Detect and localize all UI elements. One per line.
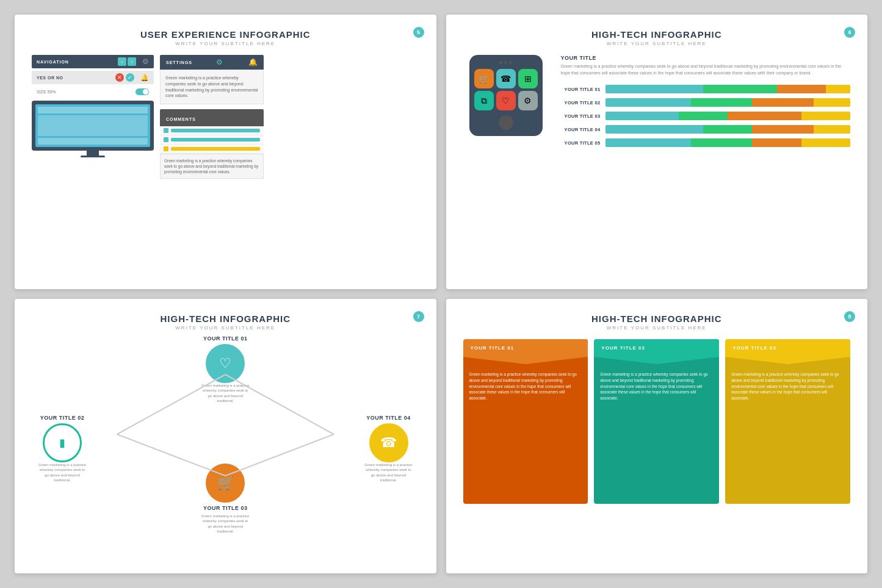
card-body-1: Green marketing is a practice whereby co… [463, 357, 588, 504]
bell-icon-s: 🔔 [248, 58, 258, 66]
bar-seg-teal [605, 85, 704, 93]
node-top-label: YOUR TITLE 01 [203, 335, 248, 342]
gear-icon-s: ⚙ [216, 58, 223, 66]
monitor-screen [35, 104, 150, 147]
comment-line-1 [171, 129, 260, 132]
node-right: YOUR TITLE 04 ☎ Green marketing is a pra… [364, 415, 413, 483]
bar-seg-orange [752, 98, 813, 107]
app-bars: ⊞ [518, 69, 538, 88]
bar-track-2 [605, 98, 851, 107]
app-headset: ☎ [496, 69, 516, 88]
nav-arrows: ‹ › [118, 57, 136, 66]
nav-arrow-left[interactable]: ‹ [118, 57, 126, 66]
speaker-dot [504, 61, 507, 64]
slide-4-subtitle: WRITE YOUR SUBTITLE HERE [463, 325, 851, 331]
yes-no-label: YES OR NO [37, 76, 112, 80]
slide-2-desc: Green marketing is a practice whereby co… [561, 63, 851, 76]
bar-seg-yellow [814, 125, 850, 134]
nav-label: NAVIGATION [37, 60, 114, 64]
settings-body: Green marketing is a practice whereby co… [160, 70, 264, 104]
node-bottom-circle: 🛒 [206, 464, 245, 503]
comments-label: COMMENTS [166, 117, 196, 121]
node-left-label: YOUR TITLE 02 [40, 415, 85, 421]
card-header-2: YOUR TITLE 02 [594, 339, 719, 357]
comment-dot-3 [164, 146, 168, 151]
yes-no-icons: ✕ ✓ [115, 73, 134, 82]
bar-seg-teal [605, 138, 692, 147]
comment-line-3 [171, 147, 260, 151]
bar-row-2: YOUR TITLE 02 [561, 98, 851, 107]
nav-arrow-right[interactable]: › [128, 57, 136, 66]
settings-panel: SETTINGS ⚙ 🔔 Green marketing is a practi… [160, 55, 264, 179]
bar-label-5: YOUR TITLE 05 [561, 140, 601, 146]
monitor [32, 101, 154, 151]
comment-dot-1 [164, 128, 168, 133]
settings-label: SETTINGS [166, 60, 192, 65]
card-body-3: Green marketing is a practice whereby co… [725, 357, 850, 504]
node-top-desc: Green marketing is a practice whereby co… [201, 383, 250, 404]
bar-seg-orange [728, 112, 801, 120]
phone-grid: 🛒 ☎ ⊞ ⧉ ♡ ⚙ [474, 69, 538, 110]
bar-seg-orange [752, 125, 813, 134]
app-sliders: ⧉ [474, 91, 494, 110]
comment-row-2 [160, 135, 264, 145]
node-right-label: YOUR TITLE 04 [366, 415, 411, 421]
slide-1: 5 USER EXPERIENCE INFOGRAPHIC WRITE YOUR… [15, 15, 436, 289]
app-cart: 🛒 [474, 69, 494, 88]
screen-bar-2 [38, 115, 148, 135]
card-header-1: YOUR TITLE 01 [463, 339, 588, 357]
monitor-stand [87, 151, 99, 156]
slide-4: 8 HIGH-TECH INFOGRAPHIC WRITE YOUR SUBTI… [446, 299, 868, 573]
toggle-switch[interactable] [136, 88, 149, 95]
slide-1-title: USER EXPERIENCE INFOGRAPHIC [32, 29, 419, 40]
phone-wrap: 🛒 ☎ ⊞ ⧉ ♡ ⚙ [463, 55, 549, 136]
phone-button [499, 115, 513, 130]
node-bottom-label: YOUR TITLE 03 [203, 505, 248, 511]
comment-row-3 [160, 145, 264, 154]
card-body-2: Green marketing is a practice whereby co… [594, 357, 719, 504]
card-header-3: YOUR TITLE 03 [725, 339, 850, 357]
node-right-circle: ☎ [369, 423, 408, 462]
slide-2-subtitle: WRITE YOUR SUBTITLE HERE [463, 41, 851, 46]
comments-header: COMMENTS [160, 109, 264, 126]
slide-3: 7 HIGH-TECH INFOGRAPHIC WRITE YOUR SUBTI… [15, 299, 436, 573]
col-card-3: YOUR TITLE 03 Green marketing is a pract… [725, 339, 850, 504]
slide-4-title: HIGH-TECH INFOGRAPHIC [463, 314, 851, 324]
bar-row-4: YOUR TITLE 04 [561, 125, 851, 134]
size-label: SIZE 50% [37, 90, 132, 94]
bar-seg-teal [605, 112, 679, 120]
slide-1-number: 5 [413, 27, 424, 38]
app-gear: ⚙ [518, 91, 538, 110]
bar-track-3 [605, 112, 851, 120]
phone-speaker [474, 61, 538, 64]
bar-row-3: YOUR TITLE 03 [561, 112, 851, 120]
comment-dot-2 [164, 137, 168, 142]
col-card-2: YOUR TITLE 02 Green marketing is a pract… [594, 339, 719, 504]
slide-1-content: NAVIGATION ‹ › ⚙ YES OR NO ✕ ✓ 🔔 SIZE 50… [32, 55, 419, 179]
bar-seg-teal [605, 98, 692, 107]
bar-seg-orange [752, 138, 801, 147]
yes-icon: ✓ [126, 73, 134, 82]
slide-2: 6 HIGH-TECH INFOGRAPHIC WRITE YOUR SUBTI… [446, 15, 868, 289]
slide-4-content: YOUR TITLE 01 Green marketing is a pract… [463, 339, 851, 504]
node-left-circle: ▮ [43, 423, 82, 462]
bar-seg-green [679, 112, 728, 120]
bar-track-1 [605, 85, 851, 93]
bar-track-5 [605, 138, 851, 147]
node-top: YOUR TITLE 01 ♡ Green marketing is a pra… [201, 335, 250, 404]
bar-seg-orange [777, 85, 826, 93]
comments-body: Green marketing is a practice whereby co… [160, 154, 264, 179]
node-right-desc: Green marketing is a practice whereby co… [364, 462, 413, 483]
slide-3-number: 7 [413, 311, 424, 322]
node-bottom: 🛒 YOUR TITLE 03 Green marketing is a pra… [201, 464, 250, 534]
comment-row-1 [160, 126, 264, 135]
phone: 🛒 ☎ ⊞ ⧉ ♡ ⚙ [469, 55, 543, 136]
bar-label-2: YOUR TITLE 02 [561, 100, 601, 106]
slide-3-title: HIGH-TECH INFOGRAPHIC [32, 314, 419, 324]
slide-2-number: 6 [844, 27, 855, 38]
comments-rows [160, 126, 264, 154]
nav-bar: NAVIGATION ‹ › ⚙ [32, 55, 154, 68]
bar-seg-green [691, 138, 752, 147]
bar-seg-yellow [801, 138, 850, 147]
bell-icon: 🔔 [140, 74, 149, 82]
